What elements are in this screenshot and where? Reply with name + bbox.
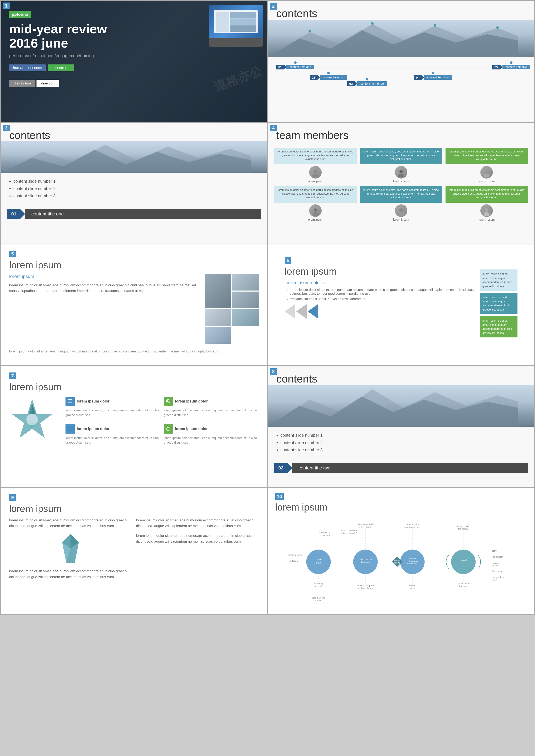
slide-number-9: 9 — [9, 494, 16, 501]
team-card-5: lorem ipsum dolor sit amet, eos bartis a… — [360, 186, 442, 221]
slide-4-title: team members — [268, 123, 534, 141]
avatar-6 — [480, 204, 493, 217]
svg-rect-25 — [68, 399, 72, 402]
dot-03 — [366, 78, 368, 80]
brand-tag: pptonna — [9, 11, 31, 18]
team-lorem-4: lorem ipsum dolor sit amet, eos bartis a… — [278, 188, 353, 199]
star-item-text-3: lorem ipsum dolor sit amet, eos numquam … — [66, 436, 161, 445]
svg-text:sheets: sheets — [394, 562, 400, 564]
arrow-right-6 — [308, 304, 318, 319]
slide-6: 6 lorem ipsum lorem ipsum dolor sit lore… — [268, 244, 534, 365]
slide-number-3: 3 — [3, 125, 10, 131]
svg-text:breaking news: breaking news — [288, 554, 302, 556]
arrow-left-6 — [285, 304, 295, 319]
num-02: 02 — [310, 75, 318, 80]
team-card-box-5: lorem ipsum dolor sit amet, eos bartis a… — [360, 186, 442, 203]
svg-point-16 — [399, 208, 403, 212]
label-05: content item five — [502, 65, 530, 69]
tag-dept[interactable]: department — [48, 65, 74, 71]
svg-point-14 — [314, 208, 317, 212]
svg-text:different units: different units — [358, 526, 372, 528]
slide-6-inner: 6 lorem ipsum lorem ipsum dolor sit lore… — [276, 251, 526, 359]
icon-row-3: lorem ipsum dolor — [66, 424, 161, 434]
slide-number-10: 10 — [275, 493, 284, 500]
dot-02 — [327, 72, 330, 74]
tab-distribution[interactable]: distribution — [9, 80, 36, 87]
col-9-1-body: lorem ipsum dolor sit amet, eos numquam … — [9, 518, 132, 529]
svg-text:format: format — [315, 599, 322, 602]
label-02: content item two — [320, 75, 347, 80]
star-item-text-2: lorem ipsum dolor sit amet, eos numquam … — [164, 408, 259, 417]
svg-text:the results: the results — [458, 528, 468, 530]
content-title-box-8: 02 content title two — [274, 463, 528, 473]
star-item-text-1: lorem ipsum dolor sit amet, eos numquam … — [66, 408, 161, 417]
dot-01 — [294, 61, 296, 64]
label-03: content item three — [357, 81, 387, 86]
avatar-placeholder-5 — [395, 204, 408, 217]
star-item-4: lorem ipsum dolor lorem ipsum dolor sit … — [164, 424, 259, 449]
photo-2 — [232, 274, 259, 291]
ct-num-3: 01 — [7, 209, 20, 219]
avatar-3 — [480, 166, 493, 179]
svg-point-15 — [312, 212, 318, 216]
content-item-01: 01 content item one — [276, 61, 314, 70]
slide-number-2: 2 — [270, 3, 277, 10]
content-list-8: content slide number 1 content slide num… — [268, 429, 534, 459]
tab-direction[interactable]: direction — [37, 80, 59, 87]
slide-10-title: lorem ipsum — [275, 502, 527, 513]
svg-text:tableau: tableau — [492, 565, 499, 567]
avatar-placeholder-4 — [309, 204, 322, 217]
team-lorem-3: lorem ipsum dolor sit amet, eos bartis a… — [449, 150, 524, 160]
svg-point-19 — [484, 212, 490, 216]
photo-5 — [232, 309, 259, 326]
star-item-title-4: lorem ipsum dolor — [175, 427, 208, 431]
svg-text:team: team — [492, 579, 497, 581]
avatar-1 — [309, 166, 322, 179]
svg-text:recurring: recurring — [314, 582, 323, 585]
svg-text:spread: spread — [394, 560, 400, 562]
col-9-1-body2: lorem ipsum dolor sit amet, eos numquam … — [9, 568, 132, 579]
list-item-1: content slide number 1 — [14, 179, 255, 184]
slide-6-subtitle: lorem ipsum dolor sit — [285, 280, 476, 286]
side-box-3: lorem ipsum dolor sit amet, eos numquam … — [480, 316, 518, 337]
slide-5-subtitle: lorem ipsum — [9, 274, 196, 279]
svg-text:our graphics: our graphics — [492, 576, 504, 578]
svg-text:just publish: just publish — [492, 556, 503, 558]
svg-text:recalculate: recalculate — [458, 582, 469, 585]
team-card-2: lorem ipsum dolor sit amet, eos bartis a… — [360, 148, 442, 183]
svg-point-9 — [312, 174, 318, 178]
star-item-title-2: lorem ipsum dolor — [175, 399, 208, 404]
svg-point-11 — [398, 174, 404, 178]
team-card-box-2: lorem ipsum dolor sit amet, eos bartis a… — [360, 148, 442, 164]
star-item-1: lorem ipsum dolor lorem ipsum dolor sit … — [66, 397, 161, 421]
slide-number-8: 8 — [270, 368, 277, 375]
col-9-2-body2: lorem ipsum dolor sit amet, eos numquam … — [136, 533, 259, 544]
svg-text:story: story — [492, 549, 497, 552]
team-grid: lorem ipsum dolor sit amet, eos bartis a… — [268, 145, 534, 224]
side-box-2: lorem ipsum dolor sit amet, eos numquam … — [480, 293, 518, 314]
list-item-2: content slide number 2 — [14, 186, 255, 191]
contents-items: 01 content item one 02 content item two — [268, 57, 534, 111]
team-name-5: lorem ipsum — [360, 218, 442, 221]
photo-6 — [205, 327, 231, 344]
list-item-3: content slide number 3 — [14, 194, 255, 198]
gem-graphic-9 — [58, 532, 83, 565]
svg-point-10 — [399, 170, 403, 173]
svg-text:what other data: what other data — [341, 529, 357, 532]
team-card-6: lorem ipsum dolor sit amet, eos bartis a… — [445, 186, 528, 221]
svg-text:perform: perform — [409, 557, 416, 560]
svg-text:cells: cells — [410, 587, 415, 589]
avatar-placeholder-3 — [480, 166, 493, 179]
team-card-box-6: lorem ipsum dolor sit amet, eos bartis a… — [445, 186, 528, 203]
content-item-05: 05 content item five — [492, 61, 530, 70]
tag-hr[interactable]: human resources — [9, 65, 46, 71]
svg-text:columns of data: columns of data — [405, 526, 420, 528]
num-04: 04 — [414, 75, 422, 80]
avatar-placeholder-1 — [309, 166, 322, 179]
side-box-1: lorem ipsum dolor sit amet, eos numquam … — [480, 269, 518, 291]
svg-text:data mean: data mean — [360, 561, 370, 563]
slide-10: 10 lorem ipsum share data what does the … — [268, 488, 534, 614]
avatar-4 — [309, 204, 322, 217]
tag-row: human resources department — [9, 65, 259, 71]
slide-3-title: contents — [1, 123, 267, 141]
